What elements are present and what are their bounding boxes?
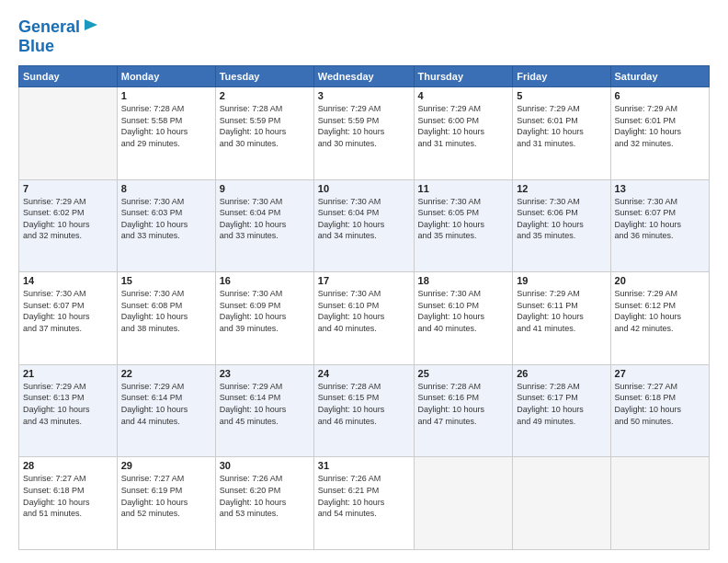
day-number: 27 (615, 368, 705, 379)
day-number: 6 (615, 90, 705, 101)
day-info: Sunrise: 7:30 AM Sunset: 6:03 PM Dayligh… (121, 196, 211, 242)
day-number: 21 (23, 368, 113, 379)
calendar-cell: 7Sunrise: 7:29 AM Sunset: 6:02 PM Daylig… (19, 179, 118, 272)
calendar-week-3: 14Sunrise: 7:30 AM Sunset: 6:07 PM Dayli… (19, 272, 710, 365)
calendar-cell: 23Sunrise: 7:29 AM Sunset: 6:14 PM Dayli… (215, 364, 313, 457)
day-info: Sunrise: 7:30 AM Sunset: 6:06 PM Dayligh… (517, 196, 606, 242)
weekday-header-thursday: Thursday (414, 66, 513, 87)
calendar-cell: 29Sunrise: 7:27 AM Sunset: 6:19 PM Dayli… (117, 457, 215, 550)
calendar-cell: 27Sunrise: 7:27 AM Sunset: 6:18 PM Dayli… (610, 364, 709, 457)
calendar-cell: 10Sunrise: 7:30 AM Sunset: 6:04 PM Dayli… (313, 179, 414, 272)
day-info: Sunrise: 7:29 AM Sunset: 6:02 PM Dayligh… (23, 196, 113, 242)
calendar-cell: 2Sunrise: 7:28 AM Sunset: 5:59 PM Daylig… (215, 87, 313, 180)
weekday-header-sunday: Sunday (19, 66, 118, 87)
calendar-table: SundayMondayTuesdayWednesdayThursdayFrid… (18, 65, 710, 550)
day-number: 8 (121, 183, 211, 194)
page: General Blue SundayMondayTuesdayWednesda… (0, 0, 728, 563)
calendar-cell: 16Sunrise: 7:30 AM Sunset: 6:09 PM Dayli… (215, 272, 313, 365)
calendar-cell: 18Sunrise: 7:30 AM Sunset: 6:10 PM Dayli… (414, 272, 513, 365)
day-number: 3 (318, 90, 410, 101)
day-info: Sunrise: 7:29 AM Sunset: 6:14 PM Dayligh… (220, 381, 310, 427)
calendar-cell: 31Sunrise: 7:26 AM Sunset: 6:21 PM Dayli… (313, 457, 414, 550)
day-number: 31 (318, 460, 410, 471)
weekday-header-monday: Monday (117, 66, 215, 87)
calendar-cell (610, 457, 709, 550)
calendar-cell: 6Sunrise: 7:29 AM Sunset: 6:01 PM Daylig… (610, 87, 709, 180)
calendar-cell: 20Sunrise: 7:29 AM Sunset: 6:12 PM Dayli… (610, 272, 709, 365)
day-info: Sunrise: 7:29 AM Sunset: 6:00 PM Dayligh… (418, 103, 509, 149)
calendar-cell: 26Sunrise: 7:28 AM Sunset: 6:17 PM Dayli… (513, 364, 610, 457)
calendar-cell: 25Sunrise: 7:28 AM Sunset: 6:16 PM Dayli… (414, 364, 513, 457)
day-info: Sunrise: 7:29 AM Sunset: 5:59 PM Dayligh… (318, 103, 410, 149)
day-info: Sunrise: 7:29 AM Sunset: 6:01 PM Dayligh… (517, 103, 606, 149)
weekday-header-row: SundayMondayTuesdayWednesdayThursdayFrid… (19, 66, 710, 87)
day-number: 9 (220, 183, 310, 194)
day-info: Sunrise: 7:30 AM Sunset: 6:04 PM Dayligh… (220, 196, 310, 242)
calendar-cell: 28Sunrise: 7:27 AM Sunset: 6:18 PM Dayli… (19, 457, 118, 550)
day-number: 17 (318, 275, 410, 286)
calendar-cell: 15Sunrise: 7:30 AM Sunset: 6:08 PM Dayli… (117, 272, 215, 365)
weekday-header-saturday: Saturday (610, 66, 709, 87)
day-number: 10 (318, 183, 410, 194)
calendar-cell (19, 87, 118, 180)
day-number: 19 (517, 275, 606, 286)
day-number: 11 (418, 183, 509, 194)
day-info: Sunrise: 7:29 AM Sunset: 6:14 PM Dayligh… (121, 381, 211, 427)
day-info: Sunrise: 7:30 AM Sunset: 6:08 PM Dayligh… (121, 288, 211, 334)
day-info: Sunrise: 7:27 AM Sunset: 6:18 PM Dayligh… (615, 381, 705, 427)
calendar-cell: 19Sunrise: 7:29 AM Sunset: 6:11 PM Dayli… (513, 272, 610, 365)
day-number: 30 (220, 460, 310, 471)
calendar-week-1: 1Sunrise: 7:28 AM Sunset: 5:58 PM Daylig… (19, 87, 710, 180)
day-number: 2 (220, 90, 310, 101)
day-info: Sunrise: 7:30 AM Sunset: 6:07 PM Dayligh… (23, 288, 113, 334)
logo-blue: Blue (18, 37, 54, 55)
day-number: 23 (220, 368, 310, 379)
calendar-cell: 22Sunrise: 7:29 AM Sunset: 6:14 PM Dayli… (117, 364, 215, 457)
day-info: Sunrise: 7:28 AM Sunset: 5:59 PM Dayligh… (220, 103, 310, 149)
day-number: 4 (418, 90, 509, 101)
calendar-cell: 30Sunrise: 7:26 AM Sunset: 6:20 PM Dayli… (215, 457, 313, 550)
calendar-cell: 11Sunrise: 7:30 AM Sunset: 6:05 PM Dayli… (414, 179, 513, 272)
day-info: Sunrise: 7:29 AM Sunset: 6:11 PM Dayligh… (517, 288, 606, 334)
calendar-week-5: 28Sunrise: 7:27 AM Sunset: 6:18 PM Dayli… (19, 457, 710, 550)
calendar-cell: 9Sunrise: 7:30 AM Sunset: 6:04 PM Daylig… (215, 179, 313, 272)
day-info: Sunrise: 7:28 AM Sunset: 6:17 PM Dayligh… (517, 381, 606, 427)
day-info: Sunrise: 7:27 AM Sunset: 6:18 PM Dayligh… (23, 473, 113, 519)
day-info: Sunrise: 7:30 AM Sunset: 6:05 PM Dayligh… (418, 196, 509, 242)
day-number: 16 (220, 275, 310, 286)
weekday-header-tuesday: Tuesday (215, 66, 313, 87)
day-info: Sunrise: 7:30 AM Sunset: 6:09 PM Dayligh… (220, 288, 310, 334)
day-info: Sunrise: 7:29 AM Sunset: 6:13 PM Dayligh… (23, 381, 113, 427)
day-info: Sunrise: 7:28 AM Sunset: 6:15 PM Dayligh… (318, 381, 410, 427)
calendar-cell: 4Sunrise: 7:29 AM Sunset: 6:00 PM Daylig… (414, 87, 513, 180)
day-number: 24 (318, 368, 410, 379)
day-info: Sunrise: 7:27 AM Sunset: 6:19 PM Dayligh… (121, 473, 211, 519)
day-number: 22 (121, 368, 211, 379)
header: General Blue (18, 17, 710, 56)
day-number: 28 (23, 460, 113, 471)
day-info: Sunrise: 7:26 AM Sunset: 6:21 PM Dayligh… (318, 473, 410, 519)
day-info: Sunrise: 7:28 AM Sunset: 6:16 PM Dayligh… (418, 381, 509, 427)
calendar-cell: 3Sunrise: 7:29 AM Sunset: 5:59 PM Daylig… (313, 87, 414, 180)
logo-general: General (18, 17, 80, 37)
calendar-cell: 8Sunrise: 7:30 AM Sunset: 6:03 PM Daylig… (117, 179, 215, 272)
weekday-header-wednesday: Wednesday (313, 66, 414, 87)
logo: General Blue (18, 17, 99, 56)
day-number: 25 (418, 368, 509, 379)
calendar-cell: 17Sunrise: 7:30 AM Sunset: 6:10 PM Dayli… (313, 272, 414, 365)
day-info: Sunrise: 7:29 AM Sunset: 6:12 PM Dayligh… (615, 288, 705, 334)
calendar-week-2: 7Sunrise: 7:29 AM Sunset: 6:02 PM Daylig… (19, 179, 710, 272)
day-number: 18 (418, 275, 509, 286)
day-info: Sunrise: 7:28 AM Sunset: 5:58 PM Dayligh… (121, 103, 211, 149)
day-number: 29 (121, 460, 211, 471)
calendar-cell: 13Sunrise: 7:30 AM Sunset: 6:07 PM Dayli… (610, 179, 709, 272)
day-number: 5 (517, 90, 606, 101)
day-number: 7 (23, 183, 113, 194)
day-number: 14 (23, 275, 113, 286)
calendar-cell: 1Sunrise: 7:28 AM Sunset: 5:58 PM Daylig… (117, 87, 215, 180)
calendar-cell: 5Sunrise: 7:29 AM Sunset: 6:01 PM Daylig… (513, 87, 610, 180)
day-number: 20 (615, 275, 705, 286)
day-info: Sunrise: 7:30 AM Sunset: 6:10 PM Dayligh… (418, 288, 509, 334)
day-number: 13 (615, 183, 705, 194)
day-info: Sunrise: 7:26 AM Sunset: 6:20 PM Dayligh… (220, 473, 310, 519)
